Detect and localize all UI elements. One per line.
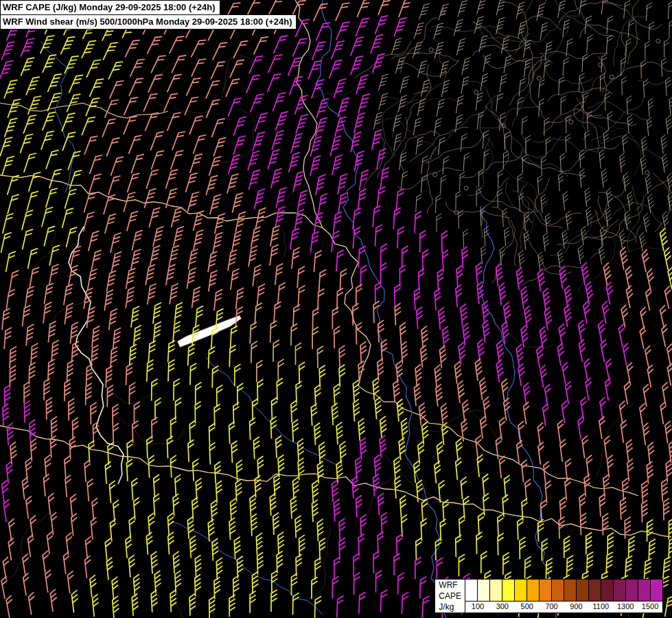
legend-color-cell — [651, 580, 662, 601]
legend-color-cell — [577, 580, 589, 601]
legend-color-cell — [465, 580, 478, 601]
title-cape: WRF CAPE (J/kg) Monday 29-09-2025 18:00 … — [0, 0, 220, 15]
legend-color-cell — [502, 580, 515, 601]
legend-tick-label: 900 — [570, 602, 582, 610]
legend-tick-label: 1500 — [642, 602, 658, 610]
legend-color-cell — [552, 580, 564, 601]
legend-color-cell — [614, 580, 626, 601]
map-title-block: WRF CAPE (J/kg) Monday 29-09-2025 18:00 … — [0, 0, 297, 30]
legend-model-label: WRF — [439, 580, 461, 591]
legend-tick-label: 300 — [496, 602, 509, 610]
legend-units-label: J/kg — [439, 602, 461, 613]
legend-scale: 100300500700900110013001500 — [465, 579, 663, 613]
legend-label-block: WRF CAPE J/kg — [435, 579, 465, 613]
legend-variable-label: CAPE — [439, 591, 461, 602]
title-wind-shear: WRF Wind shear (m/s) 500/1000hPa Monday … — [0, 14, 297, 30]
legend-color-cell — [601, 580, 614, 601]
legend-color-bar — [465, 579, 663, 602]
legend-color-cell — [626, 580, 638, 601]
legend-color-cell — [638, 580, 651, 601]
legend-color-cell — [540, 580, 552, 601]
legend-color-cell — [527, 580, 540, 601]
legend-tick-label: 500 — [521, 602, 533, 610]
legend-tick-label: 1300 — [617, 602, 634, 610]
legend-tick-label: 100 — [472, 602, 484, 610]
legend-color-cell — [515, 580, 527, 601]
legend-color-cell — [589, 580, 601, 601]
legend-tick-label: 1100 — [592, 602, 609, 610]
legend: WRF CAPE J/kg 10030050070090011001300150… — [435, 579, 663, 613]
wrf-weather-map-page: WRF CAPE (J/kg) Monday 29-09-2025 18:00 … — [0, 0, 672, 618]
legend-color-cell — [478, 580, 490, 601]
legend-tick-row: 100300500700900110013001500 — [465, 602, 663, 613]
legend-color-cell — [490, 580, 502, 601]
legend-color-cell — [564, 580, 577, 601]
weather-map-canvas — [0, 0, 672, 618]
legend-tick-label: 700 — [545, 602, 557, 610]
